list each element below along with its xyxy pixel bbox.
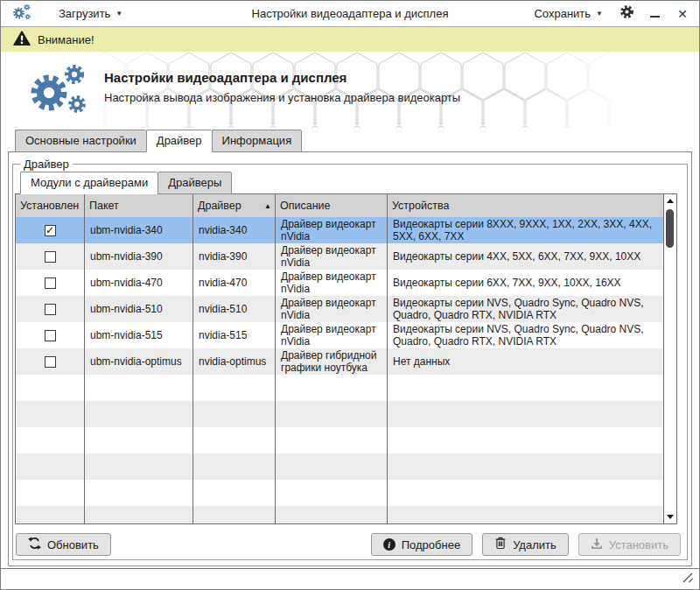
download-icon xyxy=(591,537,603,552)
table-cell-description xyxy=(276,480,388,506)
table-empty-row[interactable] xyxy=(16,401,664,427)
details-button[interactable]: i Подробнее xyxy=(371,533,472,556)
delete-button-label: Удалить xyxy=(513,538,556,551)
table-cell-devices xyxy=(388,375,664,401)
driver-groupbox: Драйвер Модули с драйверамиДрайверы Уста… xyxy=(12,158,688,560)
table-row[interactable]: ✓ubm-nvidia-340nvidia-340Драйвер видеока… xyxy=(16,217,664,243)
table-cell-installed xyxy=(16,243,85,270)
minimize-button[interactable] xyxy=(647,6,662,22)
table-empty-row[interactable] xyxy=(16,427,664,453)
column-header-package[interactable]: Пакет xyxy=(85,194,193,217)
caret-down-icon: ▼ xyxy=(116,10,122,18)
resize-grip[interactable] xyxy=(680,572,694,587)
main-area: Основные настройкиДрайверИнформация Драй… xyxy=(8,130,692,566)
table-cell-package xyxy=(85,453,193,480)
table-cell-driver: nvidia-510 xyxy=(193,296,276,322)
tab-drivers[interactable]: Драйверы xyxy=(158,172,232,194)
table-empty-row[interactable] xyxy=(16,480,664,506)
save-menu-button[interactable]: Сохранить ▼ xyxy=(530,5,606,22)
app-logo-large-icon xyxy=(25,63,92,121)
table-cell-installed xyxy=(16,322,85,348)
table-empty-row[interactable] xyxy=(16,453,664,480)
table-row[interactable]: ubm-nvidia-390nvidia-390Драйвер видеокар… xyxy=(16,243,664,270)
table-row[interactable]: ubm-nvidia-510nvidia-510Драйвер видеокар… xyxy=(16,296,664,322)
tab-information[interactable]: Информация xyxy=(212,130,303,152)
installed-checkbox[interactable] xyxy=(45,330,56,341)
save-menu-label: Сохранить xyxy=(534,7,591,20)
table-cell-installed xyxy=(16,453,85,480)
sort-ascending-icon: ▲ xyxy=(262,202,271,210)
table-cell-installed xyxy=(16,480,85,506)
table-cell-devices: Видеокарты серии 8XXX, 9XXX, 1XX, 2XX, 3… xyxy=(388,217,664,243)
table-cell-devices xyxy=(388,401,664,427)
table-cell-devices: Видеокарты серии NVS, Quadro Sync, Quadr… xyxy=(388,322,664,348)
table-cell-devices: Видеокарты серии 6XX, 7XX, 9XX, 10XX, 16… xyxy=(388,270,664,296)
table-cell-devices: Нет данных xyxy=(388,348,664,375)
triangle-down-icon xyxy=(667,515,674,519)
tab-driver-modules[interactable]: Модули с драйверами xyxy=(20,172,158,194)
table-row[interactable]: ubm-nvidia-515nvidia-515Драйвер видеокар… xyxy=(16,322,664,348)
page-subtitle: Настройка вывода изображения и установка… xyxy=(104,91,460,104)
installed-checkbox[interactable] xyxy=(45,277,56,289)
column-header-label: Описание xyxy=(280,200,331,212)
vertical-scrollbar[interactable] xyxy=(663,194,676,523)
delete-button[interactable]: Удалить xyxy=(482,533,569,556)
table-cell-devices xyxy=(388,453,664,480)
column-header-description[interactable]: Описание xyxy=(276,194,388,217)
column-header-driver[interactable]: Драйвер▲ xyxy=(193,194,276,217)
table-row[interactable]: ubm-nvidia-470nvidia-470Драйвер видеокар… xyxy=(16,270,664,296)
refresh-icon xyxy=(28,537,41,552)
warning-banner: Внимание! xyxy=(1,27,699,52)
tab-driver[interactable]: Драйвер xyxy=(146,130,212,152)
table-empty-row[interactable] xyxy=(16,375,664,401)
installed-checkbox[interactable] xyxy=(45,356,56,368)
column-header-label: Устройства xyxy=(392,200,449,212)
table-cell-installed: ✓ xyxy=(16,217,85,243)
table-cell-driver: nvidia-optimus xyxy=(193,348,276,375)
scrollbar-thumb[interactable] xyxy=(666,209,674,248)
driver-tab-page: Драйвер Модули с драйверамиДрайверы Уста… xyxy=(8,151,692,566)
installed-checkbox[interactable] xyxy=(45,251,56,263)
warning-text: Внимание! xyxy=(38,33,94,46)
tab-main-settings[interactable]: Основные настройки xyxy=(15,130,146,152)
scroll-down-button[interactable] xyxy=(664,510,676,523)
installed-checkbox[interactable] xyxy=(45,304,56,315)
gear-icon xyxy=(620,4,634,23)
caret-down-icon: ▼ xyxy=(596,10,603,18)
button-row: Обновить i Подробнее xyxy=(16,533,681,556)
table-cell-description xyxy=(276,453,388,480)
table-cell-description: Драйвер гибридной графики ноутбука xyxy=(276,348,388,375)
table-cell-driver: nvidia-470 xyxy=(193,270,276,296)
installed-checkbox[interactable]: ✓ xyxy=(45,225,56,236)
statusbar xyxy=(1,568,699,589)
table-cell-description xyxy=(276,401,388,427)
install-button-label: Установить xyxy=(609,538,668,551)
table-cell-installed xyxy=(16,375,85,401)
table-cell-devices xyxy=(388,427,664,453)
table-body: ✓ubm-nvidia-340nvidia-340Драйвер видеока… xyxy=(16,217,664,523)
close-button[interactable]: ✕ xyxy=(675,6,690,22)
table-cell-description xyxy=(276,375,388,401)
column-header-label: Драйвер xyxy=(198,200,242,212)
table-empty-row[interactable] xyxy=(16,506,664,523)
table-cell-installed xyxy=(16,348,85,375)
table-row[interactable]: ubm-nvidia-optimusnvidia-optimusДрайвер … xyxy=(16,348,664,375)
table-cell-installed xyxy=(16,506,85,523)
load-menu-button[interactable]: Загрузить ▼ xyxy=(55,5,126,22)
table-cell-installed xyxy=(16,401,85,427)
header-banner: Настройки видеоадаптера и дисплея Настро… xyxy=(1,52,699,128)
refresh-button[interactable]: Обновить xyxy=(16,533,111,556)
table-cell-package xyxy=(85,401,193,427)
column-header-label: Пакет xyxy=(89,200,119,212)
settings-gear-button[interactable] xyxy=(619,6,634,22)
table-cell-driver: nvidia-515 xyxy=(193,322,276,348)
column-header-label: Установлен xyxy=(20,200,79,212)
scroll-up-button[interactable] xyxy=(664,194,676,207)
table-cell-package: ubm-nvidia-390 xyxy=(85,243,193,270)
table-cell-driver xyxy=(193,506,276,523)
install-button[interactable]: Установить xyxy=(578,533,681,556)
column-header-installed[interactable]: Установлен xyxy=(16,194,85,217)
table-cell-driver xyxy=(193,453,276,480)
groupbox-label: Драйвер xyxy=(20,158,73,171)
column-header-devices[interactable]: Устройства xyxy=(388,194,664,217)
